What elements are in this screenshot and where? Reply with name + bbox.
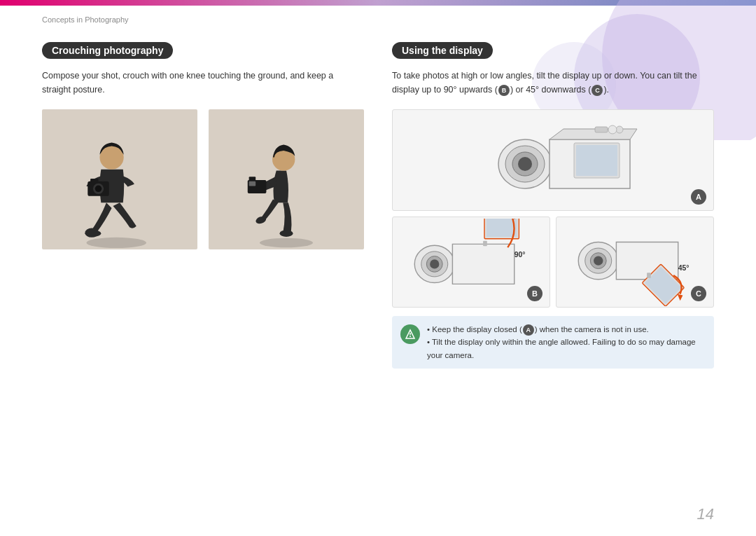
label-b-inline: B bbox=[498, 85, 510, 96]
crouching-photo-2 bbox=[209, 109, 364, 249]
label-b: B bbox=[527, 286, 542, 301]
camera-diagram-a: A bbox=[392, 109, 714, 211]
svg-rect-14 bbox=[249, 181, 256, 186]
svg-point-6 bbox=[95, 186, 102, 193]
svg-rect-4 bbox=[90, 179, 98, 184]
svg-point-7 bbox=[85, 228, 98, 238]
left-body-text: Compose your shot, crouch with one knee … bbox=[42, 69, 364, 97]
svg-point-0 bbox=[86, 238, 146, 248]
svg-point-22 bbox=[616, 126, 623, 133]
svg-point-23 bbox=[608, 125, 617, 134]
photo-grid bbox=[42, 109, 364, 249]
right-body-text: To take photos at high or low angles, ti… bbox=[392, 69, 714, 97]
svg-rect-30 bbox=[483, 240, 487, 246]
svg-point-36 bbox=[594, 256, 603, 265]
note-box: • Keep the display closed (A) when the c… bbox=[392, 316, 714, 369]
svg-rect-13 bbox=[249, 177, 256, 181]
note-label-a: A bbox=[523, 324, 534, 336]
svg-rect-29 bbox=[486, 219, 517, 237]
svg-point-42 bbox=[410, 336, 411, 337]
note-content: • Keep the display closed (A) when the c… bbox=[427, 323, 706, 362]
svg-rect-21 bbox=[595, 127, 608, 132]
svg-rect-39 bbox=[647, 273, 651, 278]
camera-diagram-c: 45° C bbox=[556, 217, 714, 308]
camera-diagram-b: 90° B bbox=[392, 217, 550, 308]
svg-point-27 bbox=[430, 259, 439, 268]
svg-point-18 bbox=[518, 157, 532, 171]
svg-point-9 bbox=[279, 230, 293, 237]
page-number: 14 bbox=[697, 505, 714, 523]
svg-rect-20 bbox=[576, 145, 617, 176]
crouching-photo-1 bbox=[42, 109, 197, 249]
note-icon bbox=[400, 324, 420, 344]
breadcrumb: Concepts in Photography bbox=[42, 15, 129, 24]
svg-text:45°: 45° bbox=[678, 264, 690, 272]
svg-marker-40 bbox=[678, 294, 683, 301]
label-a: A bbox=[691, 189, 706, 205]
svg-text:90°: 90° bbox=[514, 251, 526, 259]
top-bar bbox=[0, 0, 756, 6]
right-column: Using the display To take photos at high… bbox=[392, 42, 714, 508]
left-section-title: Crouching photography bbox=[42, 42, 173, 59]
content-area: Crouching photography Compose your shot,… bbox=[42, 42, 714, 508]
svg-point-8 bbox=[260, 238, 313, 247]
left-column: Crouching photography Compose your shot,… bbox=[42, 42, 364, 508]
camera-row-bc: 90° B bbox=[392, 217, 714, 308]
label-c-inline: C bbox=[592, 85, 603, 96]
right-section-title: Using the display bbox=[392, 42, 493, 59]
label-c: C bbox=[691, 286, 706, 301]
